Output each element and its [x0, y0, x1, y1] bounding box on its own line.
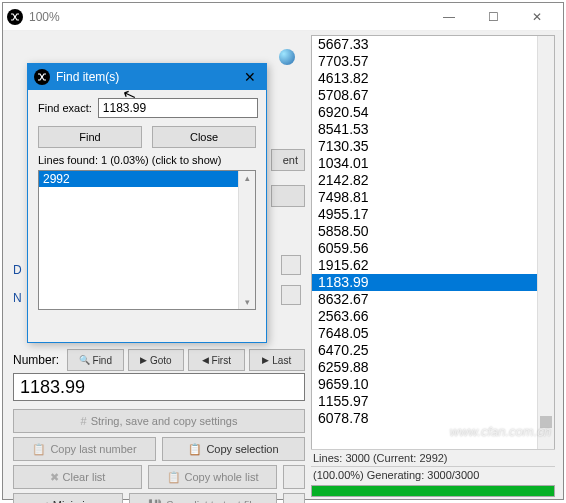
titlebar: 100% — ☐ ✕: [3, 3, 563, 31]
shuffle-icon: [7, 9, 23, 25]
list-item[interactable]: 6470.25: [312, 342, 554, 359]
clear-list-button[interactable]: ✖Clear list: [13, 465, 142, 489]
number-label: Number:: [13, 353, 59, 367]
list-item[interactable]: 8541.53: [312, 121, 554, 138]
search-icon: 🔍: [79, 355, 90, 365]
result-item[interactable]: 2992: [39, 171, 255, 187]
progress-bar: [311, 485, 555, 497]
copy-icon: 📋: [188, 443, 202, 456]
dialog-scrollbar[interactable]: ▴▾: [238, 171, 255, 309]
maximize-button[interactable]: ☐: [471, 3, 515, 31]
goto-button[interactable]: ▶Goto: [128, 349, 185, 371]
number-input[interactable]: [13, 373, 305, 401]
list-item[interactable]: 2563.66: [312, 308, 554, 325]
list-item[interactable]: 4955.17: [312, 206, 554, 223]
list-item[interactable]: 5667.33: [312, 36, 554, 53]
find-dialog: Find item(s) ✕ Find exact: Find Close Li…: [27, 63, 267, 343]
dialog-find-button[interactable]: Find: [38, 126, 142, 148]
number-toolbar: Number: 🔍Find ▶Goto ◀First ▶Last: [13, 349, 305, 371]
list-item[interactable]: 1034.01: [312, 155, 554, 172]
list-item[interactable]: 6259.88: [312, 359, 554, 376]
status-lines: Lines: 3000 (Current: 2992): [311, 449, 555, 466]
copy-whole-button[interactable]: 📋Copy whole list: [148, 465, 277, 489]
window-controls: — ☐ ✕: [427, 3, 559, 31]
close-button[interactable]: ✕: [515, 3, 559, 31]
label-d: D: [13, 263, 22, 277]
dialog-body: Find exact: Find Close Lines found: 1 (0…: [28, 90, 266, 318]
list-item[interactable]: 8632.67: [312, 291, 554, 308]
list-item[interactable]: 7703.57: [312, 53, 554, 70]
globe-icon[interactable]: [279, 49, 295, 65]
find-exact-input[interactable]: [98, 98, 258, 118]
close-icon: ✕: [532, 10, 542, 24]
dialog-status: Lines found: 1 (0.03%) (click to show): [38, 154, 256, 166]
find-button[interactable]: 🔍Find: [67, 349, 124, 371]
hash-icon: #: [81, 415, 87, 427]
window-title: 100%: [29, 10, 427, 24]
chevron-down-icon: ▾: [245, 297, 250, 307]
list-item[interactable]: 7130.35: [312, 138, 554, 155]
copy-last-button[interactable]: 📋Copy last number: [13, 437, 156, 461]
last-button[interactable]: ▶Last: [249, 349, 306, 371]
list-item[interactable]: 1183.99: [312, 274, 554, 291]
save-icon: 💾: [148, 499, 162, 504]
list-item[interactable]: 6920.54: [312, 104, 554, 121]
save-list-button[interactable]: 💾Save list to text file: [129, 493, 277, 503]
list-item[interactable]: 6059.56: [312, 240, 554, 257]
partial-button[interactable]: [271, 185, 305, 207]
scrollbar-thumb[interactable]: [540, 416, 552, 428]
list-item[interactable]: 7648.05: [312, 325, 554, 342]
dialog-titlebar[interactable]: Find item(s) ✕: [28, 64, 266, 90]
maximize-icon: ☐: [488, 10, 499, 24]
find-exact-label: Find exact:: [38, 102, 92, 114]
list-item[interactable]: 5708.67: [312, 87, 554, 104]
first-button[interactable]: ◀First: [188, 349, 245, 371]
first-icon: ◀: [202, 355, 209, 365]
minimize-icon: —: [443, 10, 455, 24]
main-window: 100% — ☐ ✕ ent D N Number: 🔍Find ▶Goto ◀…: [2, 2, 564, 500]
scrollbar[interactable]: [537, 36, 554, 452]
label-n: N: [13, 291, 22, 305]
dialog-close-btn[interactable]: Close: [152, 126, 256, 148]
extra-square-1[interactable]: [283, 465, 305, 489]
status-area: Lines: 3000 (Current: 2992) (100.00%) Ge…: [311, 449, 555, 497]
copy-icon: 📋: [167, 471, 181, 484]
list-item[interactable]: 5858.50: [312, 223, 554, 240]
list-item[interactable]: 7498.81: [312, 189, 554, 206]
extra-square-2[interactable]: [283, 493, 305, 503]
number-list[interactable]: 5667.337703.574613.825708.676920.548541.…: [311, 35, 555, 453]
minimize-app-icon: ↙: [40, 499, 49, 504]
minimize-app-button[interactable]: ↙Minimize: [13, 493, 123, 503]
shuffle-icon: [34, 69, 50, 85]
list-item[interactable]: 6078.78: [312, 410, 554, 427]
chevron-up-icon: ▴: [245, 173, 250, 183]
list-item[interactable]: 4613.82: [312, 70, 554, 87]
clear-icon: ✖: [50, 471, 59, 484]
dialog-close-button[interactable]: ✕: [240, 69, 260, 85]
list-item[interactable]: 2142.82: [312, 172, 554, 189]
minimize-button[interactable]: —: [427, 3, 471, 31]
list-item[interactable]: 1915.62: [312, 257, 554, 274]
list-item[interactable]: 9659.10: [312, 376, 554, 393]
copy-icon: 📋: [32, 443, 46, 456]
window-body: ent D N Number: 🔍Find ▶Goto ◀First ▶Last…: [3, 31, 563, 499]
copy-selection-button[interactable]: 📋Copy selection: [162, 437, 305, 461]
partial-square-2[interactable]: [281, 285, 301, 305]
dialog-results-list[interactable]: 2992 ▴▾: [38, 170, 256, 310]
partial-square-1[interactable]: [281, 255, 301, 275]
goto-icon: ▶: [140, 355, 147, 365]
partial-button-ent[interactable]: ent: [271, 149, 305, 171]
list-item[interactable]: 1155.97: [312, 393, 554, 410]
last-icon: ▶: [262, 355, 269, 365]
string-settings-button[interactable]: #String, save and copy settings: [13, 409, 305, 433]
dialog-title: Find item(s): [56, 70, 240, 84]
status-generating: (100.00%) Generating: 3000/3000: [311, 466, 555, 483]
